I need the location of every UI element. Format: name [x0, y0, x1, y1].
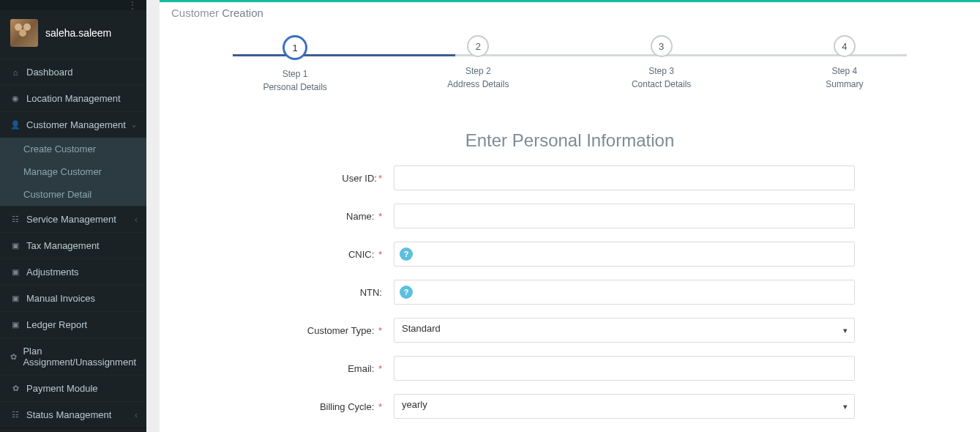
sidebar-item-location[interactable]: ◉Location Management	[0, 86, 146, 111]
sidebar-item-ledger[interactable]: ▣Ledger Report	[0, 312, 146, 338]
label-name: Name: *	[189, 211, 394, 222]
step-circle: 2	[467, 35, 489, 57]
ntn-input[interactable]	[394, 280, 855, 305]
sitemap-icon: ☷	[10, 215, 20, 224]
menu-dots-icon[interactable]: ⋮	[127, 0, 138, 10]
step-title: Step 2	[386, 64, 569, 78]
label-user-id: User ID:*	[189, 173, 394, 184]
username: saleha.saleem	[45, 27, 111, 39]
sidebar-item-dashboard[interactable]: ⌂Dashboard	[0, 59, 146, 85]
step-subtitle: Summary	[753, 78, 936, 91]
email-input[interactable]	[394, 356, 855, 381]
sidebar-item-label: Tax Management	[26, 240, 100, 251]
gear-icon: ✿	[10, 352, 17, 362]
sidebar-item-payment[interactable]: ✿Payment Module	[0, 376, 146, 401]
wizard-step-4[interactable]: 4 Step 4Summary	[753, 35, 936, 91]
step-circle: 1	[283, 35, 307, 60]
subnav-customer-detail[interactable]: Customer Detail	[0, 183, 146, 206]
label-ntn: NTN:	[189, 287, 394, 298]
sidebar-item-label: Location Management	[26, 93, 121, 104]
avatar	[10, 19, 38, 47]
sidebar-item-service[interactable]: ☷Service Management	[0, 206, 146, 232]
sidebar-item-label: Service Management	[26, 214, 116, 225]
wizard-step-3[interactable]: 3 Step 3Contact Details	[570, 35, 753, 91]
wizard: 1 Step 1Personal Details 2 Step 2Address…	[160, 31, 980, 101]
user-icon: 👤	[10, 120, 20, 130]
logout-button[interactable]: ⏻ Log Out	[0, 428, 146, 432]
label-billing-cycle: Billing Cycle: *	[189, 401, 394, 412]
billing-cycle-select[interactable]: yearly	[394, 394, 855, 419]
globe-icon: ◉	[10, 94, 20, 103]
cnic-input[interactable]	[394, 242, 855, 267]
doc-icon: ▣	[10, 294, 20, 303]
sidebar-item-label: Ledger Report	[26, 319, 87, 330]
subnav-create-customer[interactable]: Create Customer	[0, 138, 146, 160]
sidebar-item-label: Customer Management	[26, 119, 126, 130]
wizard-step-1[interactable]: 1 Step 1Personal Details	[203, 35, 386, 94]
nav: ⌂Dashboard ◉Location Management 👤Custome…	[0, 59, 146, 428]
sidebar-item-label: Payment Module	[26, 383, 98, 394]
step-subtitle: Contact Details	[570, 78, 753, 91]
subnav-label: Create Customer	[23, 144, 96, 154]
step-circle: 3	[651, 35, 673, 57]
gear-icon: ✿	[10, 384, 20, 393]
doc-icon: ▣	[10, 267, 20, 277]
step-title: Step 4	[753, 64, 936, 78]
subnav-manage-customer[interactable]: Manage Customer	[0, 160, 146, 183]
step-circle: 4	[834, 35, 856, 57]
subnav-label: Customer Detail	[23, 189, 91, 200]
label-email: Email: *	[189, 363, 394, 374]
label-cnic: CNIC: *	[189, 249, 394, 260]
main-panel: Customer Creation 1 Step 1Personal Detai…	[160, 0, 980, 432]
sidebar-item-label: Dashboard	[26, 67, 73, 78]
sidebar-item-adjustments[interactable]: ▣Adjustments	[0, 259, 146, 285]
step-title: Step 1	[203, 67, 386, 81]
sidebar-item-plan-assign[interactable]: ✿Plan Assignment/Unassignment	[0, 338, 146, 375]
page-title-bold: Creation	[222, 7, 263, 19]
label-customer-type: Customer Type: *	[189, 325, 394, 336]
sidebar-item-label: Manual Invoices	[26, 293, 95, 304]
form-heading: Enter Personal Information	[189, 130, 951, 151]
content-gutter	[146, 0, 160, 432]
page-title-prefix: Customer	[171, 7, 222, 19]
wizard-step-2[interactable]: 2 Step 2Address Details	[386, 35, 569, 91]
sidebar-item-label: Plan Assignment/Unassignment	[23, 346, 136, 368]
doc-icon: ▣	[10, 241, 20, 250]
doc-icon: ▣	[10, 320, 20, 329]
sidebar-topbar: ⋮	[0, 0, 146, 10]
page-title: Customer Creation	[171, 7, 968, 19]
customer-type-select[interactable]: Standard	[394, 318, 855, 343]
sidebar-item-tax[interactable]: ▣Tax Management	[0, 233, 146, 258]
subnav-label: Manage Customer	[23, 166, 102, 177]
customer-subnav: Create Customer Manage Customer Customer…	[0, 138, 146, 206]
step-title: Step 3	[570, 64, 753, 78]
step-subtitle: Personal Details	[203, 81, 386, 94]
user-block: saleha.saleem	[0, 10, 146, 59]
sidebar: ⋮ saleha.saleem ⌂Dashboard ◉Location Man…	[0, 0, 146, 432]
user-id-input[interactable]	[394, 165, 855, 190]
sidebar-item-label: Adjustments	[26, 267, 79, 278]
sidebar-item-manual-invoices[interactable]: ▣Manual Invoices	[0, 286, 146, 311]
step-subtitle: Address Details	[386, 78, 569, 91]
sidebar-item-label: Status Management	[26, 409, 111, 420]
name-input[interactable]	[394, 204, 855, 228]
sitemap-icon: ☷	[10, 410, 20, 420]
sidebar-item-customer[interactable]: 👤Customer Management	[0, 112, 146, 138]
home-icon: ⌂	[10, 68, 20, 77]
sidebar-item-status[interactable]: ☷Status Management	[0, 402, 146, 428]
